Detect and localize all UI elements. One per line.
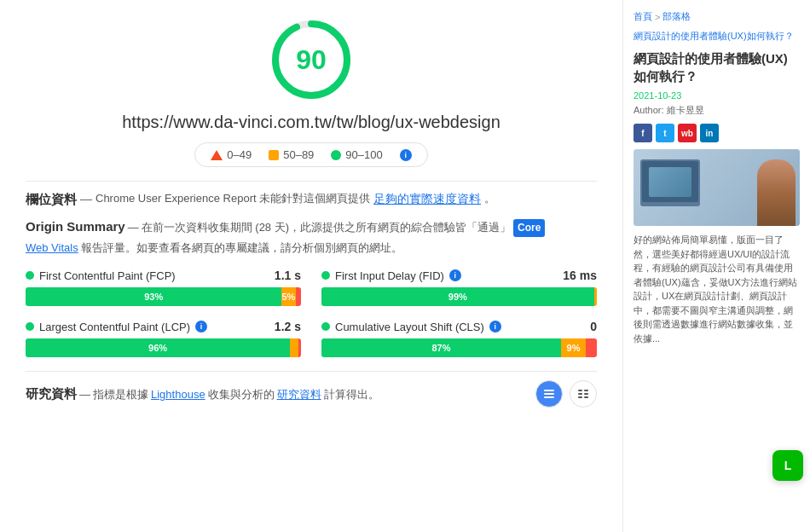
- social-icon-wb[interactable]: wb: [678, 124, 697, 142]
- svg-rect-7: [578, 393, 582, 395]
- lcp-dot: [26, 322, 34, 331]
- cls-bar-green: 87%: [321, 338, 561, 357]
- grid-view-button[interactable]: [570, 380, 597, 408]
- metric-fid: First Input Delay (FID)i16 ms99%: [321, 269, 597, 306]
- breadcrumb: 首頁 > 部落格: [634, 10, 800, 23]
- fcp-bar-red: [296, 287, 301, 306]
- research-text: 研究資料 — 指標是根據 Lighthouse 收集與分析的 研究資料 計算得出…: [26, 386, 379, 402]
- divider-1: [26, 181, 597, 182]
- article-body: 好的網站佈局簡單易懂，版面一目了然，選些美好都得經過UX/UI的設計流程，有經驗…: [634, 233, 800, 345]
- cls-bar: 87%9%: [321, 338, 597, 357]
- article-date: 2021-10-23: [634, 90, 800, 101]
- article-image: [634, 149, 800, 226]
- cls-dot: [321, 322, 330, 331]
- legend-info-icon[interactable]: i: [400, 149, 412, 161]
- lcp-bar-orange: [290, 338, 298, 357]
- bad-range: 0–49: [227, 148, 252, 161]
- social-icon-f[interactable]: f: [634, 124, 652, 142]
- fid-bar: 99%: [321, 287, 597, 306]
- metric-fcp: First Contentful Paint (FCP)1.1 s93%5%: [26, 269, 301, 306]
- research-buttons: [535, 380, 597, 408]
- svg-rect-10: [584, 396, 588, 398]
- article-title: 網頁設計的使用者體驗(UX)如何執行？: [634, 49, 800, 85]
- score-number: 90: [296, 44, 327, 76]
- fid-label: First Input Delay (FID): [335, 269, 444, 282]
- research-title: 研究資料: [26, 386, 77, 402]
- metric-lcp: Largest Contentful Paint (LCP)i1.2 s96%: [26, 320, 301, 357]
- cls-value: 0: [590, 320, 597, 333]
- list-view-button[interactable]: [535, 380, 563, 408]
- fcp-bar-orange: 5%: [281, 287, 295, 306]
- line-icon[interactable]: L: [772, 450, 803, 481]
- medium-range: 50–89: [283, 148, 314, 161]
- main-panel: 90 https://www.da-vinci.com.tw/tw/blog/u…: [0, 0, 622, 532]
- breadcrumb-current[interactable]: 網頁設計的使用者體驗(UX)如何執行？: [634, 30, 800, 43]
- fid-bar-orange: [594, 287, 597, 306]
- svg-rect-8: [584, 393, 588, 395]
- social-icons: ftwbin: [634, 124, 800, 142]
- fid-bar-green: 99%: [321, 287, 594, 306]
- field-data-link[interactable]: 足夠的實際速度資料: [373, 190, 481, 208]
- fid-info-icon[interactable]: i: [449, 269, 461, 281]
- social-icon-t[interactable]: t: [656, 124, 674, 142]
- good-range: 90–100: [345, 148, 382, 161]
- cls-label: Cumulative Layout Shift (CLS): [335, 321, 484, 333]
- divider-2: [26, 371, 597, 372]
- svg-rect-3: [544, 393, 554, 395]
- bad-icon: [211, 150, 223, 160]
- lighthouse-link[interactable]: Lighthouse: [151, 388, 205, 401]
- breadcrumb-section[interactable]: 部落格: [662, 10, 691, 23]
- field-data-title: 欄位資料: [26, 190, 77, 210]
- fcp-label: First Contentful Paint (FCP): [39, 269, 176, 282]
- score-section: 90 https://www.da-vinci.com.tw/tw/blog/u…: [26, 17, 597, 167]
- legend-medium: 50–89: [269, 148, 314, 161]
- fid-value: 16 ms: [563, 269, 597, 282]
- fcp-value: 1.1 s: [275, 269, 301, 282]
- metric-cls: Cumulative Layout Shift (CLS)i087%9%: [321, 320, 597, 357]
- right-panel: 首頁 > 部落格 網頁設計的使用者體驗(UX)如何執行？ 網頁設計的使用者體驗(…: [622, 0, 810, 532]
- lcp-bar-red: [298, 338, 301, 357]
- lcp-bar: 96%: [26, 338, 301, 357]
- metrics-grid: First Contentful Paint (FCP)1.1 s93%5%Fi…: [26, 269, 597, 357]
- svg-rect-6: [584, 390, 588, 391]
- web-vitals-link[interactable]: Web Vitals: [26, 240, 78, 257]
- core-vitals-badge: Core: [513, 219, 545, 237]
- social-icon-in[interactable]: in: [700, 124, 719, 142]
- svg-rect-9: [578, 396, 582, 398]
- cls-bar-orange: 9%: [561, 338, 586, 357]
- good-icon: [331, 150, 341, 160]
- cls-info-icon[interactable]: i: [489, 321, 501, 332]
- lcp-label: Largest Contentful Paint (LCP): [39, 321, 190, 333]
- svg-rect-5: [578, 390, 582, 391]
- article-author: Author: 維卡昱昱: [634, 104, 800, 117]
- research-section: 研究資料 — 指標是根據 Lighthouse 收集與分析的 研究資料 計算得出…: [26, 380, 597, 408]
- field-data-desc: Chrome User Experience Report 未能針對這個網頁提供: [95, 190, 370, 207]
- score-url: https://www.da-vinci.com.tw/tw/blog/ux-w…: [122, 113, 500, 132]
- legend-bad: 0–49: [211, 148, 252, 161]
- fcp-bar-green: 93%: [26, 287, 281, 306]
- origin-summary: Origin Summary — 在前一次資料收集期間 (28 天)，此源提供之…: [26, 217, 597, 257]
- lcp-value: 1.2 s: [275, 320, 301, 333]
- cls-bar-red: [586, 338, 597, 357]
- field-data-header: 欄位資料 — Chrome User Experience Report 未能針…: [26, 190, 597, 210]
- score-legend: 0–49 50–89 90–100 i: [194, 142, 427, 167]
- svg-rect-4: [544, 396, 554, 398]
- fcp-bar: 93%5%: [26, 287, 301, 306]
- fcp-dot: [26, 271, 34, 280]
- lcp-info-icon[interactable]: i: [195, 321, 207, 332]
- breadcrumb-home[interactable]: 首頁: [634, 10, 652, 23]
- origin-summary-title: Origin Summary: [26, 217, 125, 237]
- legend-good: 90–100: [331, 148, 382, 161]
- lcp-bar-green: 96%: [26, 338, 290, 357]
- fid-dot: [321, 271, 330, 280]
- score-circle: 90: [269, 17, 354, 102]
- research-data-link[interactable]: 研究資料: [277, 387, 321, 402]
- medium-icon: [269, 150, 279, 160]
- svg-rect-2: [544, 390, 554, 391]
